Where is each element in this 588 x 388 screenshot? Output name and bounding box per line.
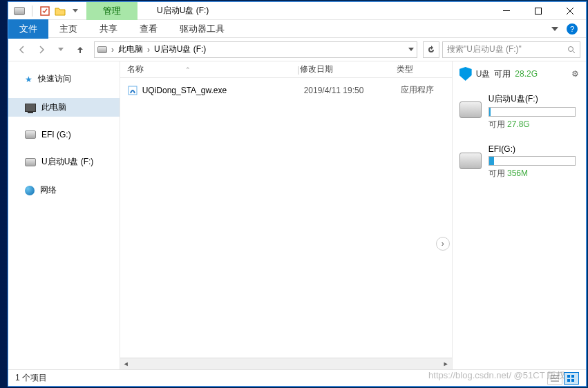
up-button[interactable] bbox=[72, 41, 88, 58]
drive-icon bbox=[25, 130, 36, 139]
col-label: 名称 bbox=[127, 64, 144, 75]
svg-rect-5 bbox=[567, 375, 570, 378]
window-title: U启动U盘 (F:) bbox=[157, 5, 209, 17]
sidebar-item-this-pc[interactable]: 此电脑 bbox=[8, 98, 120, 117]
separator bbox=[32, 6, 32, 17]
body: ★ 快速访问 此电脑 EFI (G:) U启动U盘 (F:) bbox=[8, 61, 586, 369]
pc-icon bbox=[25, 104, 36, 112]
column-date[interactable]: 修改日期 bbox=[300, 64, 397, 75]
svg-rect-1 bbox=[503, 10, 510, 11]
sidebar-item-label: 网络 bbox=[40, 184, 57, 196]
horizontal-scrollbar[interactable]: ◄ ► bbox=[120, 358, 452, 369]
chevron-right-icon: › bbox=[111, 45, 114, 55]
sidebar-item-label: 此电脑 bbox=[41, 101, 66, 113]
file-name: UQiDong_STA_gw.exe bbox=[142, 86, 304, 95]
sidebar-item-network[interactable]: 网络 bbox=[8, 181, 120, 200]
file-date: 2019/4/11 19:50 bbox=[304, 86, 401, 95]
svg-rect-8 bbox=[571, 379, 574, 382]
column-headers: 名称 ⌃ | 修改日期 类型 bbox=[120, 61, 452, 78]
sidebar-item-label: U启动U盘 (F:) bbox=[41, 156, 93, 168]
view-tab[interactable]: 查看 bbox=[129, 19, 169, 39]
window-controls bbox=[491, 2, 586, 20]
back-button[interactable] bbox=[14, 41, 30, 58]
file-row[interactable]: UQiDong_STA_gw.exe 2019/4/11 19:50 应用程序 bbox=[120, 82, 452, 98]
manage-tab-highlight[interactable]: 管理 bbox=[86, 2, 137, 20]
svg-point-3 bbox=[569, 46, 573, 51]
star-icon: ★ bbox=[25, 75, 32, 84]
icons-view-button[interactable] bbox=[564, 372, 579, 385]
file-list[interactable]: UQiDong_STA_gw.exe 2019/4/11 19:50 应用程序 … bbox=[120, 78, 452, 358]
maximize-button[interactable] bbox=[522, 2, 554, 20]
minimize-button[interactable] bbox=[491, 2, 522, 20]
collapse-pane-icon[interactable]: › bbox=[436, 237, 450, 251]
column-type[interactable]: 类型 bbox=[397, 64, 452, 75]
titlebar: 管理 U启动U盘 (F:) bbox=[8, 2, 586, 20]
expand-ribbon-icon[interactable] bbox=[551, 27, 558, 31]
pane-title: U盘 bbox=[476, 68, 491, 80]
ribbon-tabs: 文件 主页 共享 查看 驱动器工具 ? bbox=[8, 20, 586, 38]
drive-free: 可用 356M bbox=[489, 168, 579, 180]
pane-header: U盘 可用 28.2G ⚙ bbox=[459, 67, 579, 81]
close-button[interactable] bbox=[554, 2, 586, 20]
drive-icon bbox=[97, 46, 107, 53]
capacity-bar bbox=[489, 107, 576, 117]
share-tab[interactable]: 共享 bbox=[88, 19, 129, 39]
chevron-right-icon: › bbox=[147, 45, 150, 55]
main-pane: 名称 ⌃ | 修改日期 类型 UQiDong_STA_gw.exe 2019/4… bbox=[120, 61, 452, 369]
sidebar-item-efi[interactable]: EFI (G:) bbox=[8, 126, 120, 143]
sidebar-item-label: 快速访问 bbox=[38, 73, 71, 85]
svg-rect-7 bbox=[567, 379, 570, 382]
drive-tools-tab[interactable]: 驱动器工具 bbox=[170, 19, 234, 39]
svg-rect-6 bbox=[571, 375, 574, 378]
watermark: https://blog.csdn.net/ @51CT 版权 bbox=[428, 369, 565, 382]
refresh-button[interactable] bbox=[423, 41, 439, 58]
drive-entry[interactable]: EFI(G:) 可用 356M bbox=[459, 144, 579, 180]
properties-icon[interactable] bbox=[39, 6, 50, 17]
drive-icon[interactable] bbox=[14, 6, 25, 17]
avail-label: 可用 bbox=[494, 68, 511, 80]
scroll-right-icon[interactable]: ► bbox=[440, 358, 452, 370]
sidebar-item-udisk[interactable]: U启动U盘 (F:) bbox=[8, 153, 120, 171]
search-icon bbox=[567, 46, 576, 54]
drive-icon bbox=[25, 158, 36, 166]
recent-dropdown-icon[interactable] bbox=[53, 41, 69, 58]
navigation-pane: ★ 快速访问 此电脑 EFI (G:) U启动U盘 (F:) bbox=[8, 61, 120, 369]
network-icon bbox=[25, 186, 35, 195]
explorer-window: 管理 U启动U盘 (F:) 文件 主页 共享 查看 驱动器工具 ? › 此电脑 … bbox=[8, 1, 587, 387]
search-box[interactable]: 搜索"U启动U盘 (F:)" bbox=[442, 41, 580, 58]
breadcrumb-current[interactable]: U启动U盘 (F:) bbox=[154, 43, 206, 55]
column-name[interactable]: 名称 ⌃ | bbox=[127, 64, 300, 75]
shield-icon bbox=[459, 67, 472, 81]
sort-arrow-icon: ⌃ bbox=[185, 66, 191, 73]
svg-rect-2 bbox=[535, 8, 542, 14]
drive-icon bbox=[459, 101, 482, 118]
sidebar-item-label: EFI (G:) bbox=[41, 130, 71, 139]
navigation-bar: › 此电脑 › U启动U盘 (F:) 搜索"U启动U盘 (F:)" bbox=[8, 38, 586, 61]
breadcrumb-root[interactable]: 此电脑 bbox=[118, 43, 143, 55]
home-tab[interactable]: 主页 bbox=[48, 19, 88, 39]
qat-dropdown-icon[interactable] bbox=[70, 6, 81, 17]
details-pane: U盘 可用 28.2G ⚙ U启动U盘(F:) 可用 27.8G EFI(G:) bbox=[452, 61, 586, 369]
help-icon[interactable]: ? bbox=[567, 23, 578, 35]
scroll-left-icon[interactable]: ◄ bbox=[120, 358, 132, 370]
quick-access-toolbar bbox=[8, 6, 86, 17]
drive-name: U启动U盘(F:) bbox=[489, 93, 579, 105]
sidebar-item-quick-access[interactable]: ★ 快速访问 bbox=[8, 70, 120, 88]
address-bar[interactable]: › 此电脑 › U启动U盘 (F:) bbox=[94, 41, 417, 58]
address-dropdown-icon[interactable] bbox=[408, 48, 414, 51]
item-count: 1 个项目 bbox=[15, 372, 47, 384]
capacity-bar bbox=[489, 156, 576, 166]
drive-name: EFI(G:) bbox=[489, 144, 579, 154]
drive-entry[interactable]: U启动U盘(F:) 可用 27.8G bbox=[459, 93, 579, 130]
drive-free: 可用 27.8G bbox=[489, 119, 579, 130]
exe-icon bbox=[127, 85, 138, 96]
drive-icon bbox=[459, 153, 482, 169]
file-tab[interactable]: 文件 bbox=[8, 19, 48, 39]
file-type: 应用程序 bbox=[401, 84, 434, 96]
total-size: 28.2G bbox=[515, 69, 538, 79]
search-placeholder: 搜索"U启动U盘 (F:)" bbox=[447, 43, 567, 55]
gear-icon[interactable]: ⚙ bbox=[571, 69, 579, 79]
forward-button[interactable] bbox=[33, 41, 50, 58]
new-folder-icon[interactable] bbox=[55, 6, 66, 17]
